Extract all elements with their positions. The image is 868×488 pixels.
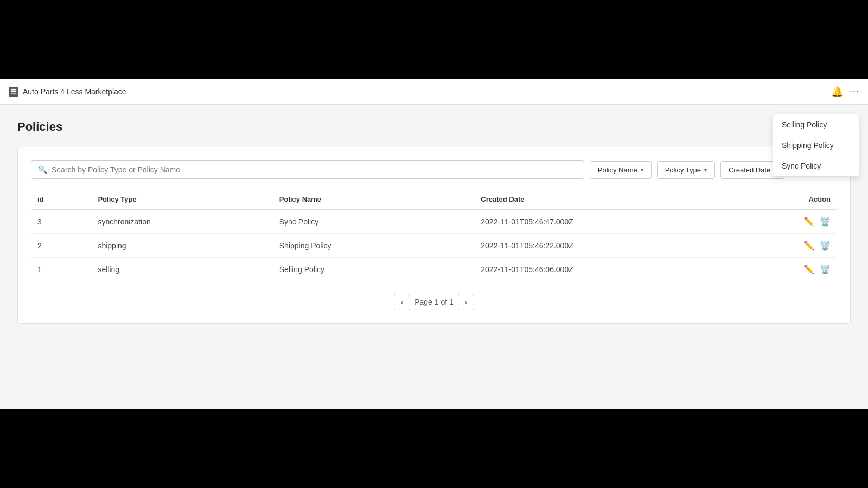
col-header-policy-type: Policy Type [91, 190, 272, 209]
pagination-label: Page 1 of 1 [414, 298, 454, 306]
more-options-icon[interactable]: ··· [850, 86, 859, 97]
table-header-row: id Policy Type Policy Name Created Date … [31, 190, 837, 209]
edit-button-1[interactable]: ✏️ [803, 240, 814, 251]
cell-name-2: Selling Policy [273, 258, 475, 281]
edit-button-2[interactable]: ✏️ [803, 264, 814, 274]
top-black-bar [0, 0, 868, 79]
policy-type-filter-chevron-icon: ▾ [704, 167, 707, 173]
delete-button-0[interactable]: 🗑️ [820, 216, 831, 227]
toolbar: 🔍 Policy Name ▾ Policy Type ▾ Created Da… [31, 160, 837, 179]
cell-action-1: ✏️ 🗑️ [736, 234, 837, 258]
table-row: 3 synchronization Sync Policy 2022-11-01… [31, 209, 837, 234]
svg-rect-1 [11, 89, 16, 91]
policy-name-filter-chevron-icon: ▾ [641, 167, 643, 173]
cell-name-0: Sync Policy [273, 209, 475, 234]
header-left: Auto Parts 4 Less Marketplace [9, 87, 126, 97]
cell-date-2: 2022-11-01T05:46:06.000Z [474, 258, 736, 281]
col-header-action: Action [736, 190, 837, 209]
created-date-filter-label: Created Date [729, 166, 770, 174]
pagination-prev-button[interactable]: ‹ [394, 294, 410, 310]
app-title: Auto Parts 4 Less Marketplace [23, 87, 126, 96]
delete-button-2[interactable]: 🗑️ [820, 264, 831, 274]
search-input[interactable] [52, 165, 577, 174]
page-content: Policies Add Policy ▾ 🔍 Policy Name ▾ [0, 105, 868, 337]
search-icon: 🔍 [38, 165, 47, 174]
pagination-next-button[interactable]: › [458, 294, 474, 310]
cell-id-0: 3 [31, 209, 91, 234]
col-header-created-date: Created Date [474, 190, 736, 209]
bell-icon[interactable]: 🔔 [831, 86, 843, 98]
dropdown-item-shipping-policy[interactable]: Shipping Policy [773, 135, 859, 156]
cell-action-2: ✏️ 🗑️ [736, 258, 837, 281]
add-policy-dropdown-menu: Selling Policy Shipping Policy Sync Poli… [773, 114, 859, 177]
app-shell: Auto Parts 4 Less Marketplace 🔔 ··· Poli… [0, 79, 868, 409]
page-header: Policies Add Policy ▾ [17, 118, 851, 136]
header-right: 🔔 ··· [831, 86, 859, 98]
cell-date-0: 2022-11-01T05:46:47.000Z [474, 209, 736, 234]
policy-type-filter-label: Policy Type [665, 166, 701, 174]
col-header-id: id [31, 190, 91, 209]
search-box: 🔍 [31, 160, 584, 179]
policy-type-filter-button[interactable]: Policy Type ▾ [657, 161, 715, 179]
cell-id-2: 1 [31, 258, 91, 281]
cell-action-0: ✏️ 🗑️ [736, 209, 837, 234]
svg-rect-2 [11, 91, 16, 92]
table-row: 1 selling Selling Policy 2022-11-01T05:4… [31, 258, 837, 281]
cell-type-2: selling [91, 258, 272, 281]
app-logo [9, 87, 18, 97]
page-title: Policies [17, 120, 62, 134]
cell-date-1: 2022-11-01T05:46:22.000Z [474, 234, 736, 258]
edit-button-0[interactable]: ✏️ [803, 216, 814, 227]
dropdown-item-selling-policy[interactable]: Selling Policy [773, 114, 859, 135]
cell-type-1: shipping [91, 234, 272, 258]
policy-name-filter-label: Policy Name [598, 166, 637, 174]
pagination: ‹ Page 1 of 1 › [31, 294, 837, 310]
delete-button-1[interactable]: 🗑️ [820, 240, 831, 251]
cell-id-1: 2 [31, 234, 91, 258]
svg-rect-3 [11, 93, 16, 94]
cell-type-0: synchronization [91, 209, 272, 234]
cell-name-1: Shipping Policy [273, 234, 475, 258]
dropdown-item-sync-policy[interactable]: Sync Policy [773, 156, 859, 176]
policies-table: id Policy Type Policy Name Created Date … [31, 190, 837, 281]
table-row: 2 shipping Shipping Policy 2022-11-01T05… [31, 234, 837, 258]
policies-card: 🔍 Policy Name ▾ Policy Type ▾ Created Da… [17, 147, 851, 324]
col-header-policy-name: Policy Name [273, 190, 475, 209]
policy-name-filter-button[interactable]: Policy Name ▾ [590, 161, 652, 179]
header-bar: Auto Parts 4 Less Marketplace 🔔 ··· [0, 79, 868, 105]
bottom-black-bar [0, 409, 868, 488]
